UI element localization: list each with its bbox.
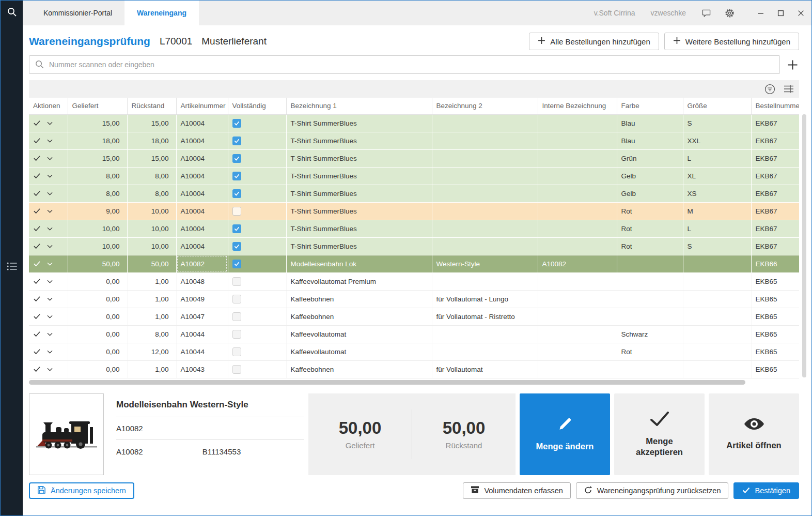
horizontal-scrollbar[interactable] xyxy=(29,380,799,385)
vollstaendig-checkbox[interactable] xyxy=(232,136,241,145)
tab-kommissionier-portal[interactable]: Kommissionier-Portal xyxy=(31,1,124,25)
vertical-scrollbar[interactable] xyxy=(802,114,806,377)
chevron-down-icon[interactable] xyxy=(46,278,54,285)
column-header-3[interactable]: Rückstand xyxy=(127,98,176,114)
column-header-2[interactable]: Geliefert xyxy=(68,98,127,114)
column-header-1[interactable]: Aktionen xyxy=(29,98,68,114)
column-header-11[interactable]: Bestellnummer xyxy=(751,98,799,114)
table-row[interactable]: 8,008,00A10004T-Shirt SummerBluesGelbXLE… xyxy=(29,167,799,185)
chevron-down-icon[interactable] xyxy=(46,207,54,215)
column-header-7[interactable]: Bezeichnung 2 xyxy=(432,98,538,114)
accept-quantity-button[interactable]: Menge akzeptieren xyxy=(614,393,705,475)
row-confirm-icon[interactable] xyxy=(33,242,41,250)
vertical-scrollbar-thumb[interactable] xyxy=(802,114,806,377)
table-row[interactable]: 0,001,00A10049Kaffeebohnenfür Vollautoma… xyxy=(29,290,799,308)
chevron-down-icon[interactable] xyxy=(46,348,54,356)
minimize-button[interactable] xyxy=(753,10,768,17)
reset-inspection-button[interactable]: Wareneingangsprüfung zurücksetzen xyxy=(576,482,729,499)
table-row[interactable]: 0,001,00A10043Kaffeebohnenfür Vollautoma… xyxy=(29,360,799,378)
table-row[interactable]: 50,0050,00A10082Modelleisenbahn LokWeste… xyxy=(29,255,799,272)
row-confirm-icon[interactable] xyxy=(33,225,41,233)
column-header-8[interactable]: Interne Bezeichnung xyxy=(538,98,617,114)
table-row[interactable]: 0,008,00A10044KaffeevollautomatSchwarzEK… xyxy=(29,325,799,343)
chevron-down-icon[interactable] xyxy=(46,119,54,127)
maximize-button[interactable] xyxy=(773,10,788,17)
row-confirm-icon[interactable] xyxy=(33,313,41,321)
vollstaendig-checkbox[interactable] xyxy=(232,154,241,163)
open-article-button[interactable]: Artikel öffnen xyxy=(709,393,799,475)
chevron-down-icon[interactable] xyxy=(46,155,54,162)
vollstaendig-checkbox[interactable] xyxy=(232,242,241,251)
change-quantity-button[interactable]: Menge ändern xyxy=(520,393,610,475)
gear-icon[interactable] xyxy=(725,8,735,18)
row-confirm-icon[interactable] xyxy=(33,278,41,285)
vollstaendig-checkbox[interactable] xyxy=(232,224,241,233)
chevron-down-icon[interactable] xyxy=(46,225,54,233)
add-all-orders-button[interactable]: Alle Bestellungen hinzufügen xyxy=(529,33,659,50)
horizontal-scrollbar-thumb[interactable] xyxy=(29,380,745,385)
table-row[interactable]: 15,0015,00A10004T-Shirt SummerBluesBlauS… xyxy=(29,114,799,132)
row-confirm-icon[interactable] xyxy=(33,172,41,180)
vollstaendig-checkbox[interactable] xyxy=(232,277,241,286)
cell-bezeichnung2 xyxy=(432,325,538,343)
add-position-button[interactable] xyxy=(786,58,799,71)
chevron-down-icon[interactable] xyxy=(46,190,54,198)
chevron-down-icon[interactable] xyxy=(46,137,54,145)
row-confirm-icon[interactable] xyxy=(33,190,41,198)
save-changes-button[interactable]: Änderungen speichern xyxy=(29,482,134,499)
table-row[interactable]: 0,001,00A10048Kaffeevollautomat PremiumE… xyxy=(29,272,799,290)
vollstaendig-checkbox[interactable] xyxy=(232,312,241,321)
column-header-6[interactable]: Bezeichnung 1 xyxy=(286,98,432,114)
volume-data-button[interactable]: Volumendaten erfassen xyxy=(463,482,570,499)
chevron-down-icon[interactable] xyxy=(46,260,54,268)
vollstaendig-checkbox[interactable] xyxy=(232,295,241,303)
row-confirm-icon[interactable] xyxy=(33,155,41,162)
confirm-button[interactable]: Bestätigen xyxy=(733,482,799,499)
table-row[interactable]: 15,0015,00A10004T-Shirt SummerBluesGrünL… xyxy=(29,149,799,167)
vollstaendig-checkbox[interactable] xyxy=(232,260,241,268)
vollstaendig-checkbox[interactable] xyxy=(232,347,241,356)
cell-bezeichnung2: Western-Style xyxy=(432,255,538,272)
sidebar-search-button[interactable] xyxy=(1,1,23,25)
sidebar-menu-button[interactable] xyxy=(1,262,23,273)
chevron-down-icon[interactable] xyxy=(46,330,54,338)
feedback-icon[interactable] xyxy=(701,9,711,18)
chevron-down-icon[interactable] xyxy=(46,313,54,321)
row-confirm-icon[interactable] xyxy=(33,260,41,268)
vollstaendig-checkbox[interactable] xyxy=(232,119,241,128)
row-confirm-icon[interactable] xyxy=(33,348,41,356)
row-confirm-icon[interactable] xyxy=(33,137,41,145)
chevron-down-icon[interactable] xyxy=(46,172,54,180)
column-header-9[interactable]: Farbe xyxy=(617,98,683,114)
table-row[interactable]: 10,0010,00A10004T-Shirt SummerBluesRotSE… xyxy=(29,237,799,255)
filter-icon[interactable] xyxy=(764,84,775,95)
scan-input[interactable] xyxy=(29,55,780,74)
vollstaendig-checkbox[interactable] xyxy=(232,189,241,198)
table-row[interactable]: 10,0010,00A10004T-Shirt SummerBluesRotLE… xyxy=(29,220,799,237)
column-header-10[interactable]: Größe xyxy=(683,98,751,114)
row-confirm-icon[interactable] xyxy=(33,330,41,338)
table-row[interactable]: 9,0010,00A10004T-Shirt SummerBluesRotMEK… xyxy=(29,202,799,220)
table-row[interactable]: 0,001,00A10047Kaffeebohnenfür Vollautoma… xyxy=(29,308,799,325)
table-row[interactable]: 18,0018,00A10004T-Shirt SummerBluesBlauX… xyxy=(29,132,799,149)
table-row[interactable]: 8,008,00A10004T-Shirt SummerBluesGelbXSE… xyxy=(29,185,799,202)
chevron-down-icon[interactable] xyxy=(46,366,54,373)
vollstaendig-checkbox[interactable] xyxy=(232,172,241,180)
vollstaendig-checkbox[interactable] xyxy=(232,330,241,339)
row-confirm-icon[interactable] xyxy=(33,366,41,373)
chevron-down-icon[interactable] xyxy=(46,295,54,303)
close-button[interactable] xyxy=(793,10,808,17)
add-order-button[interactable]: Weitere Bestellung hinzufügen xyxy=(664,33,799,50)
vollstaendig-checkbox[interactable] xyxy=(232,207,241,216)
cell-bestellnummer: EKB65 xyxy=(751,343,799,360)
table-row[interactable]: 0,0012,00A10044KaffeevollautomatRotEKB65 xyxy=(29,343,799,360)
tab-wareneingang[interactable]: Wareneingang xyxy=(124,1,199,25)
row-confirm-icon[interactable] xyxy=(33,295,41,303)
row-confirm-icon[interactable] xyxy=(33,119,41,127)
column-options-icon[interactable] xyxy=(784,85,794,93)
row-confirm-icon[interactable] xyxy=(33,207,41,215)
column-header-4[interactable]: Artikelnummer xyxy=(176,98,228,114)
chevron-down-icon[interactable] xyxy=(46,242,54,250)
column-header-5[interactable]: Vollständig xyxy=(228,98,286,114)
vollstaendig-checkbox[interactable] xyxy=(232,365,241,374)
